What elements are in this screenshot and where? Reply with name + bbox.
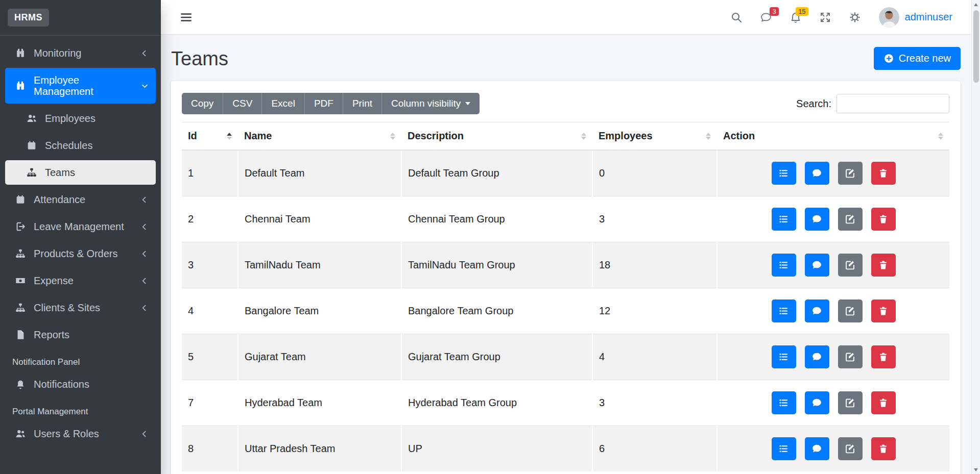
avatar [879, 7, 899, 28]
content-header: Teams Create new [171, 35, 961, 81]
chevron-left-icon [140, 49, 149, 58]
fullscreen-button[interactable] [810, 7, 840, 28]
search-button[interactable] [722, 7, 751, 28]
column-header-id[interactable]: Id [182, 122, 238, 151]
cell-name: Default Team [238, 150, 401, 196]
sidebar-item-attendance[interactable]: Attendance [5, 187, 156, 212]
scrollbar-thumb[interactable] [973, 10, 979, 83]
money-icon [12, 275, 29, 286]
pdf-button[interactable]: PDF [304, 93, 343, 114]
column-label: Employees [599, 130, 653, 142]
cell-actions [717, 150, 949, 196]
column-header-name[interactable]: Name [238, 122, 401, 151]
sidebar-item-clients-sites[interactable]: Clients & Sites [5, 295, 156, 320]
topbar: 3 15 admi [161, 0, 980, 35]
edit-button[interactable] [838, 391, 863, 414]
column-visibility-button[interactable]: Column visibility [381, 93, 480, 114]
chat-button[interactable] [805, 254, 829, 277]
sort-icon [938, 133, 943, 140]
column-header-description[interactable]: Description [401, 122, 592, 151]
chat-button[interactable] [805, 162, 829, 185]
delete-button[interactable] [871, 345, 896, 368]
column-header-action[interactable]: Action [717, 122, 949, 151]
excel-button[interactable]: Excel [261, 93, 304, 114]
details-button[interactable] [772, 345, 796, 368]
messages-button[interactable]: 3 [751, 7, 781, 28]
sidebar-item-users-roles[interactable]: Users & Roles [5, 421, 156, 446]
details-button[interactable] [772, 208, 796, 231]
cell-description: Gujarat Team Group [401, 334, 592, 380]
calendar-icon [12, 194, 29, 205]
sidebar-item-label: Teams [45, 167, 75, 178]
sidebar-item-label: Products & Orders [34, 248, 118, 259]
details-button[interactable] [772, 254, 796, 277]
chat-button[interactable] [805, 391, 829, 414]
scrollbar-down-arrow[interactable] [972, 465, 980, 474]
column-label: Description [408, 130, 464, 142]
details-button[interactable] [772, 162, 796, 185]
sidebar-item-expense[interactable]: Expense [5, 268, 156, 293]
delete-button[interactable] [871, 391, 896, 414]
messages-badge: 3 [770, 7, 778, 16]
delete-button[interactable] [871, 208, 896, 231]
sidebar-item-reports[interactable]: Reports [5, 322, 156, 347]
column-label: Name [244, 130, 272, 142]
comment-icon [811, 260, 822, 270]
edit-button[interactable] [838, 437, 863, 460]
sidebar-item-leave-management[interactable]: Leave Management [5, 214, 156, 239]
edit-button[interactable] [838, 300, 863, 322]
user-menu[interactable]: adminuser [879, 7, 952, 28]
sidebar-item-schedules[interactable]: Schedules [5, 133, 156, 158]
table-header-row: Id Name Description Employees Action [182, 122, 949, 151]
sitemap-icon [12, 302, 29, 313]
details-button[interactable] [772, 437, 796, 460]
expand-icon [819, 11, 831, 23]
sidebar-toggle-button[interactable] [176, 7, 196, 28]
cell-actions [717, 288, 949, 334]
edit-button[interactable] [838, 162, 863, 185]
details-button[interactable] [772, 300, 796, 322]
edit-button[interactable] [838, 208, 863, 231]
create-new-button[interactable]: Create new [874, 47, 961, 70]
notifications-badge: 15 [796, 7, 808, 16]
sitemap-icon [12, 248, 29, 259]
print-button[interactable]: Print [343, 93, 381, 114]
details-button[interactable] [772, 391, 796, 414]
comment-icon [811, 306, 822, 316]
brand-header[interactable]: HRMS [0, 0, 161, 36]
column-header-employees[interactable]: Employees [592, 122, 717, 151]
cell-name: Bangalore Team [238, 288, 401, 334]
delete-button[interactable] [871, 254, 896, 277]
comment-icon [811, 352, 822, 362]
cell-actions [717, 426, 949, 472]
edit-button[interactable] [838, 254, 863, 277]
chat-button[interactable] [805, 208, 829, 231]
sidebar-item-notifications[interactable]: Notifications [5, 372, 156, 396]
chat-button[interactable] [805, 437, 829, 460]
row-actions [724, 254, 943, 277]
scrollbar-up-arrow[interactable] [972, 0, 980, 9]
delete-button[interactable] [871, 437, 896, 460]
sidebar-item-employees[interactable]: Employees [5, 106, 156, 131]
table-row: 5 Gujarat Team Gujarat Team Group 4 [182, 334, 949, 380]
delete-button[interactable] [871, 162, 896, 185]
cell-employees: 12 [592, 288, 717, 334]
notifications-button[interactable]: 15 [781, 7, 810, 28]
sidebar-item-label: Leave Management [34, 221, 124, 232]
chat-button[interactable] [805, 300, 829, 322]
brand-logo: HRMS [8, 9, 49, 27]
sidebar-item-teams[interactable]: Teams [5, 160, 156, 185]
copy-button[interactable]: Copy [182, 93, 223, 114]
cell-description: UP [401, 426, 592, 472]
comment-icon [811, 214, 822, 224]
csv-button[interactable]: CSV [223, 93, 261, 114]
sidebar-item-monitoring[interactable]: Monitoring [5, 41, 156, 65]
edit-button[interactable] [838, 345, 863, 368]
settings-button[interactable] [840, 7, 870, 28]
sidebar-item-products-orders[interactable]: Products & Orders [5, 241, 156, 266]
delete-button[interactable] [871, 300, 896, 322]
search-input[interactable] [836, 94, 949, 113]
sidebar-item-employee-management[interactable]: Employee Management [5, 68, 156, 104]
teams-card: Copy CSV Excel PDF Print Column visibili… [171, 81, 961, 474]
chat-button[interactable] [805, 345, 829, 368]
